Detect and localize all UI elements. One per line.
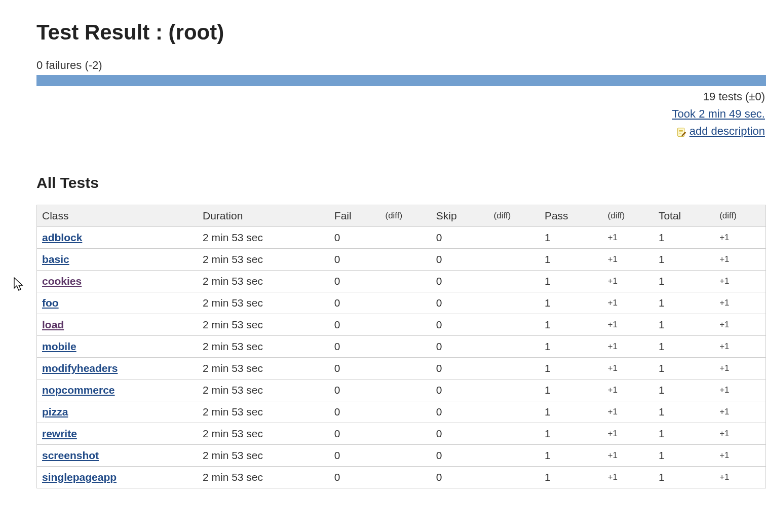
fail-cell: 0: [329, 358, 380, 379]
col-pass[interactable]: Pass: [540, 205, 603, 227]
table-row: basic2 min 53 sec001+11+1: [37, 249, 766, 271]
class-link[interactable]: rewrite: [42, 428, 77, 439]
fail-cell: 0: [329, 379, 380, 401]
class-link[interactable]: nopcommerce: [42, 384, 115, 396]
col-skip[interactable]: Skip: [431, 205, 489, 227]
pass-cell: 1: [540, 227, 603, 249]
duration-cell: 2 min 53 sec: [198, 423, 329, 445]
class-link[interactable]: basic: [42, 253, 69, 265]
fail-diff-cell: [380, 358, 431, 379]
pass-cell: 1: [540, 358, 603, 379]
duration-cell: 2 min 53 sec: [198, 314, 329, 336]
total-diff-cell: +1: [714, 271, 765, 292]
edit-note-icon: [676, 126, 687, 137]
total-diff-cell: +1: [714, 467, 765, 488]
total-cell: 1: [654, 314, 714, 336]
skip-cell: 0: [431, 358, 489, 379]
class-link[interactable]: pizza: [42, 406, 68, 417]
pass-diff-cell: +1: [603, 358, 654, 379]
class-link[interactable]: mobile: [42, 340, 76, 352]
fail-cell: 0: [329, 467, 380, 488]
fail-cell: 0: [329, 314, 380, 336]
skip-diff-cell: [489, 227, 540, 249]
fail-diff-cell: [380, 467, 431, 488]
fail-cell: 0: [329, 227, 380, 249]
skip-cell: 0: [431, 379, 489, 401]
col-fail-diff: (diff): [380, 205, 431, 227]
fail-cell: 0: [329, 401, 380, 423]
pass-diff-cell: +1: [603, 467, 654, 488]
skip-diff-cell: [489, 336, 540, 358]
duration-cell: 2 min 53 sec: [198, 379, 329, 401]
pass-diff-cell: +1: [603, 379, 654, 401]
col-total[interactable]: Total: [654, 205, 714, 227]
fail-cell: 0: [329, 249, 380, 271]
total-diff-cell: +1: [714, 292, 765, 314]
pass-diff-cell: +1: [603, 292, 654, 314]
col-duration[interactable]: Duration: [198, 205, 329, 227]
pass-diff-cell: +1: [603, 445, 654, 467]
class-link[interactable]: modifyheaders: [42, 362, 118, 374]
pass-diff-cell: +1: [603, 227, 654, 249]
pass-cell: 1: [540, 467, 603, 488]
failures-summary: 0 failures (-2): [36, 59, 766, 72]
duration-cell: 2 min 53 sec: [198, 249, 329, 271]
duration-link[interactable]: Took 2 min 49 sec.: [672, 107, 765, 120]
pass-cell: 1: [540, 336, 603, 358]
total-cell: 1: [654, 401, 714, 423]
table-row: cookies2 min 53 sec001+11+1: [37, 271, 766, 292]
skip-diff-cell: [489, 445, 540, 467]
duration-cell: 2 min 53 sec: [198, 336, 329, 358]
fail-cell: 0: [329, 292, 380, 314]
table-row: singlepageapp2 min 53 sec001+11+1: [37, 467, 766, 488]
fail-cell: 0: [329, 271, 380, 292]
class-link[interactable]: screenshot: [42, 449, 99, 461]
total-cell: 1: [654, 249, 714, 271]
fail-diff-cell: [380, 227, 431, 249]
add-description-link[interactable]: add description: [690, 123, 765, 140]
class-link[interactable]: cookies: [42, 275, 82, 287]
skip-diff-cell: [489, 314, 540, 336]
pass-cell: 1: [540, 445, 603, 467]
skip-diff-cell: [489, 358, 540, 379]
pass-cell: 1: [540, 379, 603, 401]
class-link[interactable]: singlepageapp: [42, 471, 117, 483]
total-cell: 1: [654, 423, 714, 445]
skip-cell: 0: [431, 271, 489, 292]
skip-cell: 0: [431, 423, 489, 445]
skip-cell: 0: [431, 314, 489, 336]
col-fail[interactable]: Fail: [329, 205, 380, 227]
table-row: foo2 min 53 sec001+11+1: [37, 292, 766, 314]
pass-cell: 1: [540, 292, 603, 314]
table-row: pizza2 min 53 sec001+11+1: [37, 401, 766, 423]
total-cell: 1: [654, 271, 714, 292]
fail-diff-cell: [380, 292, 431, 314]
pass-cell: 1: [540, 271, 603, 292]
class-link[interactable]: load: [42, 319, 64, 330]
fail-diff-cell: [380, 445, 431, 467]
fail-cell: 0: [329, 445, 380, 467]
class-link[interactable]: foo: [42, 297, 59, 309]
skip-cell: 0: [431, 227, 489, 249]
fail-diff-cell: [380, 423, 431, 445]
total-diff-cell: +1: [714, 401, 765, 423]
skip-diff-cell: [489, 423, 540, 445]
skip-diff-cell: [489, 467, 540, 488]
skip-diff-cell: [489, 379, 540, 401]
total-cell: 1: [654, 227, 714, 249]
duration-cell: 2 min 53 sec: [198, 467, 329, 488]
total-diff-cell: +1: [714, 358, 765, 379]
total-diff-cell: +1: [714, 445, 765, 467]
pass-diff-cell: +1: [603, 336, 654, 358]
total-diff-cell: +1: [714, 314, 765, 336]
pass-diff-cell: +1: [603, 314, 654, 336]
col-class[interactable]: Class: [37, 205, 198, 227]
col-total-diff: (diff): [714, 205, 765, 227]
duration-cell: 2 min 53 sec: [198, 227, 329, 249]
total-diff-cell: +1: [714, 336, 765, 358]
pass-diff-cell: +1: [603, 249, 654, 271]
skip-cell: 0: [431, 249, 489, 271]
duration-cell: 2 min 53 sec: [198, 358, 329, 379]
table-row: screenshot2 min 53 sec001+11+1: [37, 445, 766, 467]
class-link[interactable]: adblock: [42, 232, 82, 243]
